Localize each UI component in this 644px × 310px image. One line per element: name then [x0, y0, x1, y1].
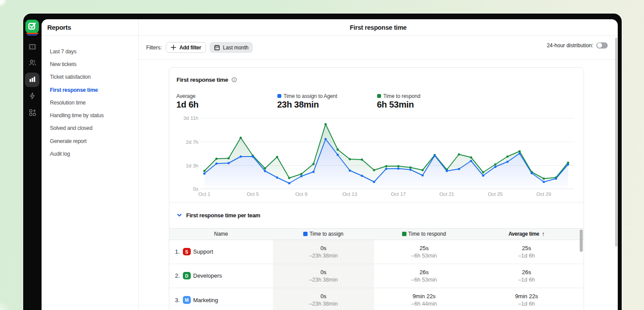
svg-text:Oct 21: Oct 21: [439, 192, 454, 197]
svg-text:Oct 5: Oct 5: [247, 192, 259, 197]
svg-text:2d 7h: 2d 7h: [186, 139, 198, 144]
svg-text:Oct 13: Oct 13: [342, 192, 357, 197]
svg-text:1d 3h: 1d 3h: [186, 163, 198, 168]
svg-text:Oct 9: Oct 9: [295, 192, 307, 197]
svg-text:0s: 0s: [193, 186, 198, 192]
svg-text:3d 11h: 3d 11h: [183, 115, 198, 121]
svg-text:Oct 1: Oct 1: [198, 192, 210, 197]
svg-text:Oct 29: Oct 29: [536, 192, 551, 197]
svg-text:Oct 25: Oct 25: [488, 192, 503, 197]
svg-text:Oct 17: Oct 17: [391, 192, 406, 197]
